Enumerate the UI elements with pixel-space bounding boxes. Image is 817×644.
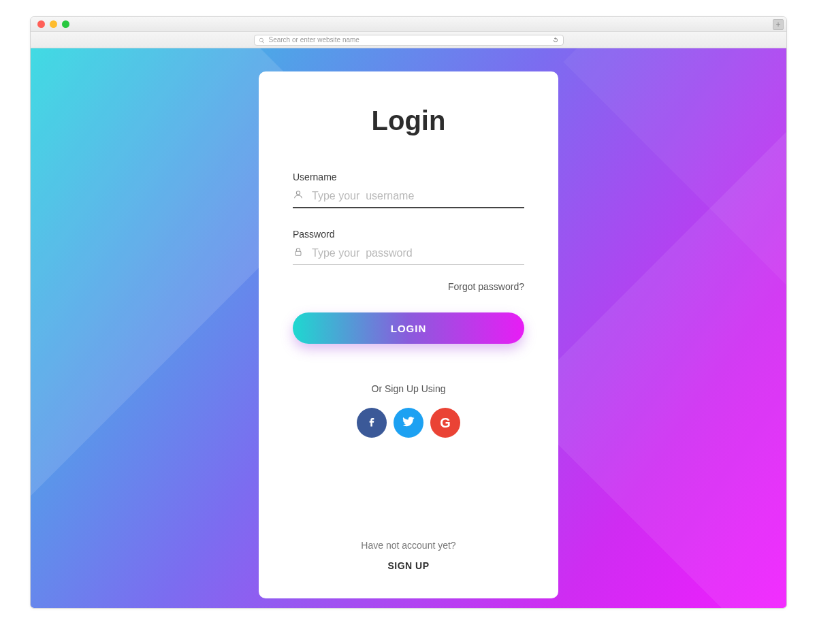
new-tab-button[interactable]: + <box>773 19 784 30</box>
facebook-icon <box>365 415 379 431</box>
user-icon <box>293 189 304 203</box>
minimize-window-button[interactable] <box>50 20 57 28</box>
facebook-login-button[interactable] <box>357 408 387 438</box>
signup-link[interactable]: SIGN UP <box>293 560 524 571</box>
login-card: Login Username Password <box>259 71 558 598</box>
traffic-lights <box>37 20 69 28</box>
toolbar: Search or enter website name <box>31 32 786 48</box>
no-account-text: Have not account yet? <box>293 540 524 551</box>
twitter-login-button[interactable] <box>394 408 423 438</box>
social-login-row: G <box>293 408 524 438</box>
svg-point-0 <box>296 191 300 195</box>
login-title: Login <box>293 106 524 136</box>
address-bar-placeholder: Search or enter website name <box>269 36 548 44</box>
google-login-button[interactable]: G <box>430 408 460 438</box>
social-prompt: Or Sign Up Using <box>293 383 524 394</box>
username-label: Username <box>293 172 524 182</box>
password-field: Password <box>293 229 524 265</box>
username-field: Username <box>293 172 524 208</box>
search-icon <box>259 34 265 46</box>
page-viewport: Login Username Password <box>31 48 786 609</box>
browser-window: + Search or enter website name Login Use… <box>30 16 787 609</box>
google-icon: G <box>440 415 451 431</box>
username-input[interactable] <box>312 190 524 202</box>
forgot-password-link[interactable]: Forgot password? <box>293 281 524 292</box>
reload-icon[interactable] <box>552 34 559 46</box>
login-button[interactable]: LOGIN <box>293 312 524 344</box>
close-window-button[interactable] <box>37 20 45 28</box>
password-input[interactable] <box>312 247 524 259</box>
twitter-icon <box>402 415 415 431</box>
password-label: Password <box>293 229 524 240</box>
window-titlebar: + <box>31 17 786 32</box>
svg-rect-1 <box>295 251 301 255</box>
address-bar[interactable]: Search or enter website name <box>254 35 564 46</box>
maximize-window-button[interactable] <box>62 20 69 28</box>
lock-icon <box>293 246 304 260</box>
